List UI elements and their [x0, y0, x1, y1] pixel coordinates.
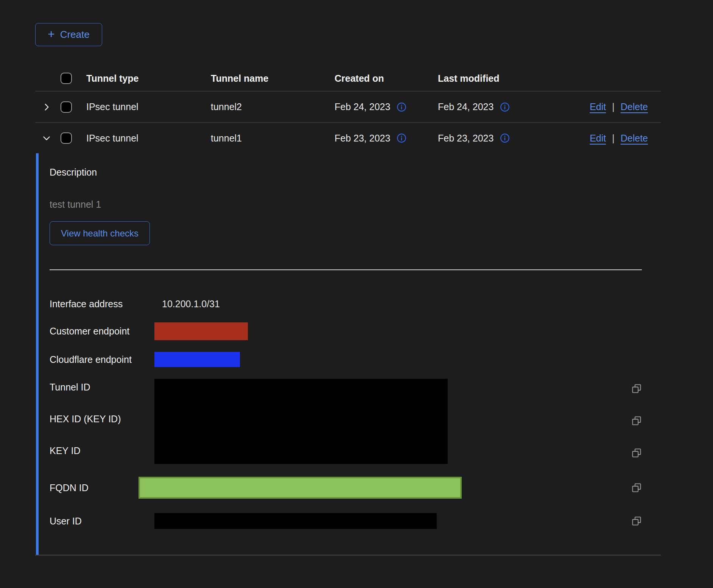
table-bottom-divider [35, 555, 661, 555]
delete-link[interactable]: Delete [621, 101, 648, 112]
plus-icon: + [48, 28, 55, 40]
copy-icon[interactable] [631, 415, 642, 426]
edit-link[interactable]: Edit [590, 101, 606, 112]
info-icon[interactable] [500, 133, 510, 143]
view-health-checks-button[interactable]: View health checks [50, 221, 150, 245]
detail-row-customer-endpoint: Customer endpoint [50, 322, 642, 340]
copy-icon[interactable] [631, 482, 642, 493]
description-label: Description [50, 167, 642, 178]
tunnel-name-value: tunnel1 [211, 133, 335, 144]
detail-row-cloudflare-endpoint: Cloudflare endpoint [50, 352, 642, 367]
copy-icon[interactable] [631, 383, 642, 394]
column-header-last-modified: Last modified [438, 73, 556, 84]
detail-row-id-group: Tunnel ID HEX ID (KEY ID) KEY ID [50, 379, 642, 464]
created-on-value: Feb 23, 2023 [335, 133, 390, 144]
cloudflare-endpoint-label: Cloudflare endpoint [50, 354, 154, 365]
row-checkbox[interactable] [61, 101, 72, 113]
cloudflare-endpoint-redacted-value [154, 352, 240, 367]
column-header-tunnel-name: Tunnel name [211, 73, 335, 84]
create-button-label: Create [60, 29, 90, 40]
info-icon[interactable] [397, 133, 406, 143]
user-id-redacted-value [154, 513, 437, 529]
table-row-tunnel2: IPsec tunnel tunnel2 Feb 24, 2023 Feb 24… [35, 92, 661, 123]
tunnel-type-value: IPsec tunnel [86, 133, 211, 144]
tunnels-table: Tunnel type Tunnel name Created on Last … [35, 66, 661, 555]
edit-link[interactable]: Edit [590, 133, 606, 144]
column-header-tunnel-type: Tunnel type [86, 73, 211, 84]
detail-row-interface-address: Interface address 10.200.1.0/31 [50, 294, 642, 313]
row-checkbox[interactable] [61, 132, 72, 144]
info-icon[interactable] [397, 102, 406, 112]
chevron-down-icon[interactable] [42, 133, 51, 143]
panel-divider [50, 269, 642, 270]
copy-icon[interactable] [631, 516, 642, 526]
action-separator: | [612, 101, 615, 112]
id-group-redacted-values [154, 379, 448, 464]
column-header-created-on: Created on [335, 73, 438, 84]
description-value: test tunnel 1 [50, 199, 642, 210]
select-all-checkbox[interactable] [61, 73, 72, 84]
created-on-value: Feb 24, 2023 [335, 101, 390, 112]
customer-endpoint-label: Customer endpoint [50, 326, 154, 337]
tunnel-details-panel: Description test tunnel 1 View health ch… [36, 153, 661, 555]
action-separator: | [612, 133, 615, 144]
fqdn-id-redacted-value [139, 477, 462, 499]
tunnel-type-value: IPsec tunnel [86, 101, 211, 112]
interface-address-label: Interface address [50, 299, 154, 310]
chevron-right-icon[interactable] [42, 102, 51, 112]
detail-row-user-id: User ID [50, 513, 642, 529]
tunnel-detail-fields: Interface address 10.200.1.0/31 Customer… [50, 294, 642, 529]
user-id-label: User ID [50, 516, 154, 527]
table-row-tunnel1: IPsec tunnel tunnel1 Feb 23, 2023 Feb 23… [35, 123, 661, 153]
tunnel-name-value: tunnel2 [211, 101, 335, 112]
last-modified-value: Feb 23, 2023 [438, 133, 493, 144]
delete-link[interactable]: Delete [621, 133, 648, 144]
ipsec-tunnels-page: + Create Tunnel type Tunnel name Created… [0, 0, 713, 588]
last-modified-value: Feb 24, 2023 [438, 101, 493, 112]
copy-icon[interactable] [631, 448, 642, 458]
info-icon[interactable] [500, 102, 510, 112]
customer-endpoint-redacted-value [154, 322, 248, 340]
create-button[interactable]: + Create [35, 23, 102, 46]
hex-id-label: HEX ID (KEY ID) [50, 414, 154, 425]
table-header-row: Tunnel type Tunnel name Created on Last … [35, 66, 661, 92]
key-id-label: KEY ID [50, 445, 154, 456]
interface-address-value: 10.200.1.0/31 [162, 299, 220, 310]
tunnel-id-label: Tunnel ID [50, 382, 154, 393]
detail-row-fqdn-id: FQDN ID [50, 477, 642, 499]
